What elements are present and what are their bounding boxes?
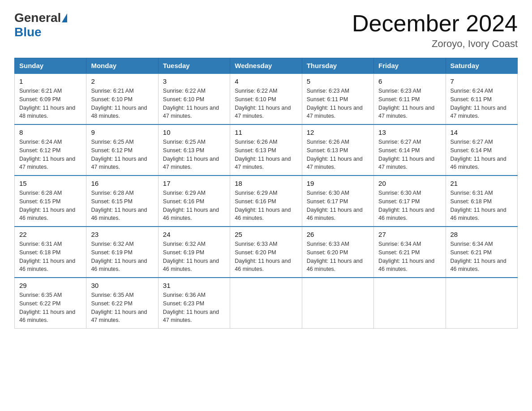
day-info: Sunrise: 6:22 AM Sunset: 6:10 PM Dayligh… bbox=[235, 87, 297, 120]
table-row: 3 Sunrise: 6:22 AM Sunset: 6:10 PM Dayli… bbox=[158, 73, 230, 124]
calendar-title: December 2024 bbox=[352, 11, 518, 36]
day-info: Sunrise: 6:28 AM Sunset: 6:15 PM Dayligh… bbox=[19, 189, 82, 223]
day-number: 3 bbox=[163, 77, 225, 85]
table-row: 25 Sunrise: 6:33 AM Sunset: 6:20 PM Dayl… bbox=[230, 227, 302, 278]
day-info: Sunrise: 6:21 AM Sunset: 6:10 PM Dayligh… bbox=[91, 87, 153, 120]
day-number: 26 bbox=[307, 231, 369, 238]
day-info: Sunrise: 6:28 AM Sunset: 6:15 PM Dayligh… bbox=[91, 189, 153, 223]
day-info: Sunrise: 6:26 AM Sunset: 6:13 PM Dayligh… bbox=[235, 138, 297, 171]
table-row: 29 Sunrise: 6:35 AM Sunset: 6:22 PM Dayl… bbox=[15, 278, 86, 329]
day-info: Sunrise: 6:35 AM Sunset: 6:22 PM Dayligh… bbox=[19, 291, 82, 325]
table-row: 8 Sunrise: 6:24 AM Sunset: 6:12 PM Dayli… bbox=[15, 124, 86, 176]
day-number: 8 bbox=[19, 128, 82, 136]
col-monday: Monday bbox=[86, 58, 158, 74]
day-number: 4 bbox=[235, 77, 297, 85]
day-info: Sunrise: 6:34 AM Sunset: 6:21 PM Dayligh… bbox=[450, 240, 513, 274]
table-row: 23 Sunrise: 6:32 AM Sunset: 6:19 PM Dayl… bbox=[86, 227, 158, 278]
day-number: 9 bbox=[91, 128, 153, 136]
table-row: 9 Sunrise: 6:25 AM Sunset: 6:12 PM Dayli… bbox=[86, 124, 158, 176]
day-number: 13 bbox=[378, 128, 441, 136]
day-number: 30 bbox=[91, 282, 153, 289]
day-number: 25 bbox=[235, 231, 297, 238]
day-number: 27 bbox=[378, 231, 441, 238]
day-info: Sunrise: 6:23 AM Sunset: 6:11 PM Dayligh… bbox=[378, 87, 441, 120]
calendar-week-2: 8 Sunrise: 6:24 AM Sunset: 6:12 PM Dayli… bbox=[15, 124, 518, 176]
table-row: 18 Sunrise: 6:29 AM Sunset: 6:16 PM Dayl… bbox=[230, 176, 302, 227]
col-wednesday: Wednesday bbox=[230, 58, 302, 74]
day-info: Sunrise: 6:25 AM Sunset: 6:12 PM Dayligh… bbox=[91, 138, 153, 171]
day-number: 29 bbox=[19, 282, 82, 289]
day-info: Sunrise: 6:25 AM Sunset: 6:13 PM Dayligh… bbox=[163, 138, 225, 171]
day-number: 7 bbox=[450, 77, 513, 85]
day-number: 21 bbox=[450, 180, 513, 187]
table-row: 4 Sunrise: 6:22 AM Sunset: 6:10 PM Dayli… bbox=[230, 73, 302, 124]
table-row: 30 Sunrise: 6:35 AM Sunset: 6:22 PM Dayl… bbox=[86, 278, 158, 329]
day-info: Sunrise: 6:35 AM Sunset: 6:22 PM Dayligh… bbox=[91, 291, 153, 325]
day-number: 11 bbox=[235, 128, 297, 136]
day-number: 19 bbox=[307, 180, 369, 187]
day-number: 6 bbox=[378, 77, 441, 85]
day-info: Sunrise: 6:32 AM Sunset: 6:19 PM Dayligh… bbox=[163, 240, 225, 274]
day-info: Sunrise: 6:22 AM Sunset: 6:10 PM Dayligh… bbox=[163, 87, 225, 120]
logo: General Blue bbox=[14, 11, 67, 39]
day-info: Sunrise: 6:30 AM Sunset: 6:17 PM Dayligh… bbox=[378, 189, 441, 223]
day-info: Sunrise: 6:36 AM Sunset: 6:23 PM Dayligh… bbox=[163, 291, 225, 325]
day-number: 24 bbox=[163, 231, 225, 238]
col-sunday: Sunday bbox=[15, 58, 86, 74]
calendar-table: Sunday Monday Tuesday Wednesday Thursday… bbox=[14, 58, 518, 329]
col-friday: Friday bbox=[374, 58, 446, 74]
logo-blue-text: Blue bbox=[14, 25, 42, 39]
day-number: 28 bbox=[450, 231, 513, 238]
table-row: 26 Sunrise: 6:33 AM Sunset: 6:20 PM Dayl… bbox=[302, 227, 373, 278]
calendar-week-4: 22 Sunrise: 6:31 AM Sunset: 6:18 PM Dayl… bbox=[15, 227, 518, 278]
day-info: Sunrise: 6:24 AM Sunset: 6:12 PM Dayligh… bbox=[19, 138, 82, 171]
day-number: 12 bbox=[307, 128, 369, 136]
day-number: 22 bbox=[19, 231, 82, 238]
calendar-week-5: 29 Sunrise: 6:35 AM Sunset: 6:22 PM Dayl… bbox=[15, 278, 518, 329]
table-row: 17 Sunrise: 6:29 AM Sunset: 6:16 PM Dayl… bbox=[158, 176, 230, 227]
calendar-week-1: 1 Sunrise: 6:21 AM Sunset: 6:09 PM Dayli… bbox=[15, 73, 518, 124]
table-row: 31 Sunrise: 6:36 AM Sunset: 6:23 PM Dayl… bbox=[158, 278, 230, 329]
day-info: Sunrise: 6:29 AM Sunset: 6:16 PM Dayligh… bbox=[235, 189, 297, 223]
table-row: 13 Sunrise: 6:27 AM Sunset: 6:14 PM Dayl… bbox=[374, 124, 446, 176]
table-row: 24 Sunrise: 6:32 AM Sunset: 6:19 PM Dayl… bbox=[158, 227, 230, 278]
day-number: 20 bbox=[378, 180, 441, 187]
day-number: 23 bbox=[91, 231, 153, 238]
table-row: 12 Sunrise: 6:26 AM Sunset: 6:13 PM Dayl… bbox=[302, 124, 373, 176]
table-row: 19 Sunrise: 6:30 AM Sunset: 6:17 PM Dayl… bbox=[302, 176, 373, 227]
table-row: 28 Sunrise: 6:34 AM Sunset: 6:21 PM Dayl… bbox=[446, 227, 517, 278]
day-number: 10 bbox=[163, 128, 225, 136]
table-row: 16 Sunrise: 6:28 AM Sunset: 6:15 PM Dayl… bbox=[86, 176, 158, 227]
calendar-header-row: Sunday Monday Tuesday Wednesday Thursday… bbox=[15, 58, 518, 74]
table-row: 20 Sunrise: 6:30 AM Sunset: 6:17 PM Dayl… bbox=[374, 176, 446, 227]
table-row: 5 Sunrise: 6:23 AM Sunset: 6:11 PM Dayli… bbox=[302, 73, 373, 124]
table-row bbox=[446, 278, 517, 329]
day-info: Sunrise: 6:21 AM Sunset: 6:09 PM Dayligh… bbox=[19, 87, 82, 120]
day-info: Sunrise: 6:33 AM Sunset: 6:20 PM Dayligh… bbox=[235, 240, 297, 274]
day-info: Sunrise: 6:27 AM Sunset: 6:14 PM Dayligh… bbox=[450, 138, 513, 171]
day-number: 1 bbox=[19, 77, 82, 85]
table-row bbox=[230, 278, 302, 329]
table-row: 1 Sunrise: 6:21 AM Sunset: 6:09 PM Dayli… bbox=[15, 73, 86, 124]
table-row bbox=[374, 278, 446, 329]
logo-arrow-icon bbox=[62, 13, 67, 22]
table-row: 2 Sunrise: 6:21 AM Sunset: 6:10 PM Dayli… bbox=[86, 73, 158, 124]
day-number: 5 bbox=[307, 77, 369, 85]
table-row: 27 Sunrise: 6:34 AM Sunset: 6:21 PM Dayl… bbox=[374, 227, 446, 278]
table-row: 7 Sunrise: 6:24 AM Sunset: 6:11 PM Dayli… bbox=[446, 73, 517, 124]
col-thursday: Thursday bbox=[302, 58, 373, 74]
table-row: 11 Sunrise: 6:26 AM Sunset: 6:13 PM Dayl… bbox=[230, 124, 302, 176]
table-row: 21 Sunrise: 6:31 AM Sunset: 6:18 PM Dayl… bbox=[446, 176, 517, 227]
day-info: Sunrise: 6:32 AM Sunset: 6:19 PM Dayligh… bbox=[91, 240, 153, 274]
table-row: 6 Sunrise: 6:23 AM Sunset: 6:11 PM Dayli… bbox=[374, 73, 446, 124]
day-info: Sunrise: 6:24 AM Sunset: 6:11 PM Dayligh… bbox=[450, 87, 513, 120]
day-info: Sunrise: 6:33 AM Sunset: 6:20 PM Dayligh… bbox=[307, 240, 369, 274]
table-row bbox=[302, 278, 373, 329]
day-info: Sunrise: 6:34 AM Sunset: 6:21 PM Dayligh… bbox=[378, 240, 441, 274]
table-row: 22 Sunrise: 6:31 AM Sunset: 6:18 PM Dayl… bbox=[15, 227, 86, 278]
day-info: Sunrise: 6:26 AM Sunset: 6:13 PM Dayligh… bbox=[307, 138, 369, 171]
col-saturday: Saturday bbox=[446, 58, 517, 74]
day-number: 16 bbox=[91, 180, 153, 187]
col-tuesday: Tuesday bbox=[158, 58, 230, 74]
day-info: Sunrise: 6:31 AM Sunset: 6:18 PM Dayligh… bbox=[19, 240, 82, 274]
